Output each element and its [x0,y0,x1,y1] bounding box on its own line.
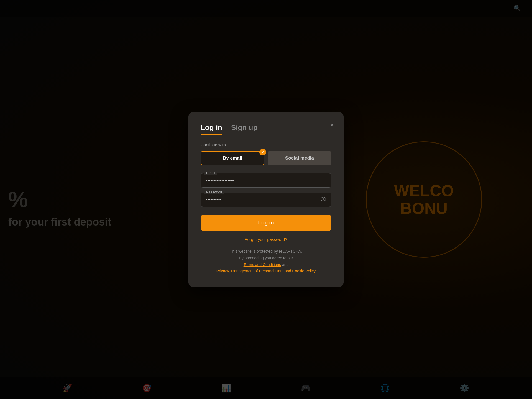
privacy-link[interactable]: Privacy, Management of Personal Data and… [216,269,316,273]
terms-link[interactable]: Terms and Conditions [244,262,281,267]
login-button[interactable]: Log in [201,215,331,231]
close-button[interactable]: × [329,121,335,129]
by-email-label: By email [223,155,242,161]
login-modal: Log in Sign up × Continue with By email … [188,112,344,287]
modal-backdrop: Log in Sign up × Continue with By email … [0,0,532,399]
method-buttons: By email ✓ Social media [201,151,331,165]
footer-text: This website is protected by reCAPTCHA. … [201,248,331,275]
recaptcha-line1: This website is protected by reCAPTCHA. [230,249,302,254]
social-media-button[interactable]: Social media [268,151,331,165]
password-input[interactable] [201,193,331,207]
modal-header: Log in Sign up [201,123,331,135]
continue-with-label: Continue with [201,142,331,147]
email-field-group: Email [201,173,331,188]
check-badge: ✓ [259,149,266,155]
toggle-password-button[interactable] [319,195,328,204]
recaptcha-line2: By proceeding you agree to our [239,256,293,260]
and-text: and [282,262,288,267]
password-label: Password [204,190,224,194]
password-field-group: Password [201,193,331,207]
by-email-button[interactable]: By email ✓ [201,151,264,165]
tab-signup[interactable]: Sign up [231,123,257,135]
password-wrapper [201,193,331,207]
forgot-password-link[interactable]: Forgot your password? [201,237,331,242]
email-input[interactable] [201,173,331,188]
email-label: Email [204,171,217,175]
svg-point-0 [323,198,324,200]
tab-login[interactable]: Log in [201,123,222,135]
